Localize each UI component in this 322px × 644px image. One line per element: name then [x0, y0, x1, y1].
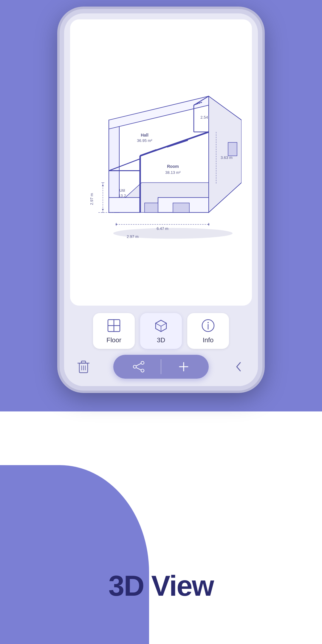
view-buttons-row: Floor 3D [70, 313, 252, 349]
info-view-button[interactable]: Info [187, 313, 229, 349]
svg-marker-38 [102, 209, 104, 211]
svg-line-13 [167, 140, 188, 147]
svg-rect-16 [145, 203, 158, 213]
floor-button-label: Floor [106, 336, 121, 344]
info-button-label: Info [203, 336, 214, 344]
svg-marker-31 [207, 224, 209, 225]
svg-marker-5 [109, 198, 140, 213]
back-button[interactable] [228, 356, 249, 377]
svg-point-59 [208, 322, 209, 323]
svg-text:36.95 m²: 36.95 m² [137, 138, 152, 143]
svg-text:2.54: 2.54 [200, 115, 208, 120]
phone-screen: .wall { stroke: #4444aa; stroke-width: 2… [64, 13, 258, 386]
page-title: 3D View [0, 569, 322, 602]
3d-view-button[interactable]: 3D [140, 313, 182, 349]
svg-text:3.63 m: 3.63 m [221, 155, 233, 160]
svg-text:2.97 m: 2.97 m [127, 234, 139, 239]
svg-text:13.2: 13.2 [118, 193, 126, 198]
svg-marker-53 [156, 320, 166, 326]
svg-point-68 [133, 365, 136, 368]
share-icon [132, 361, 145, 372]
floor-plan: .wall { stroke: #4444aa; stroke-width: 2… [80, 66, 242, 251]
svg-text:6.47 m: 6.47 m [157, 226, 168, 231]
delete-button[interactable] [73, 356, 94, 377]
svg-line-69 [136, 363, 141, 366]
svg-point-66 [141, 361, 144, 364]
action-row [70, 355, 252, 379]
floor-icon [106, 318, 122, 333]
svg-marker-37 [102, 184, 104, 186]
share-part [116, 361, 161, 372]
svg-line-70 [136, 368, 141, 370]
phone-frame: .wall { stroke: #4444aa; stroke-width: 2… [60, 9, 262, 391]
trash-icon [77, 359, 90, 374]
canvas-area: .wall { stroke: #4444aa; stroke-width: 2… [70, 19, 252, 306]
svg-text:Room: Room [167, 164, 179, 169]
svg-rect-18 [228, 143, 237, 156]
svg-text:Util: Util [120, 188, 125, 193]
svg-text:2.97 m: 2.97 m [89, 193, 94, 205]
svg-rect-62 [81, 361, 86, 363]
share-add-button[interactable] [113, 355, 209, 379]
add-part [161, 361, 206, 372]
3d-button-label: 3D [157, 336, 165, 344]
title-area: 3D View [0, 569, 322, 602]
chevron-left-icon [234, 359, 243, 374]
svg-rect-17 [173, 203, 189, 213]
svg-line-12 [140, 150, 157, 156]
background-blob-bottom [0, 465, 149, 644]
svg-text:Hall: Hall [141, 133, 148, 137]
svg-point-67 [141, 369, 144, 372]
3d-icon [153, 318, 169, 333]
toolbar-area: Floor 3D [64, 310, 258, 386]
plus-icon [178, 361, 189, 372]
info-icon [200, 318, 216, 333]
floor-view-button[interactable]: Floor [93, 313, 135, 349]
svg-text:38.13 m²: 38.13 m² [165, 170, 181, 175]
svg-marker-30 [116, 224, 118, 225]
